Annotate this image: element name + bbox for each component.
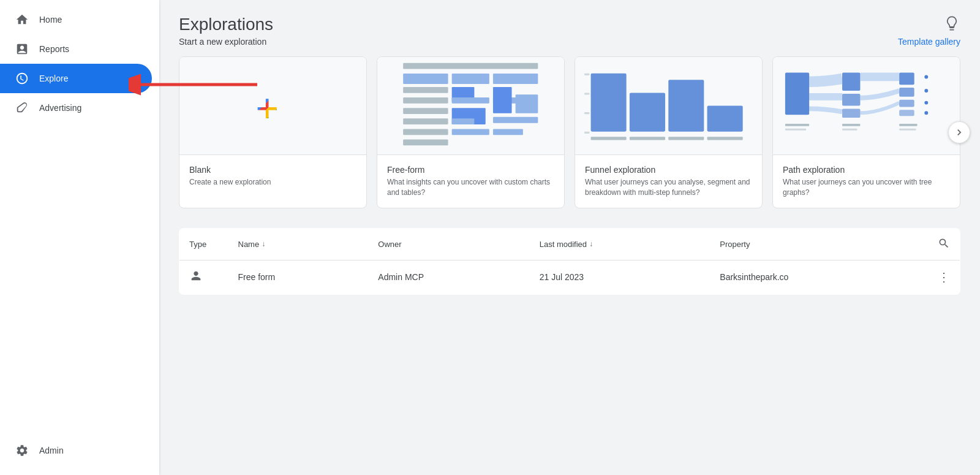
card-freeform-title: Free-form <box>387 165 554 175</box>
svg-rect-3 <box>403 74 448 84</box>
row-menu-button[interactable]: ⋮ <box>938 270 950 284</box>
card-freeform-desc: What insights can you uncover with custo… <box>387 177 554 198</box>
table-header-row: Type Name ↓ Owner Last modified ↓ <box>179 228 960 260</box>
svg-rect-30 <box>584 74 589 75</box>
name-sort-icon: ↓ <box>262 240 265 248</box>
svg-rect-25 <box>707 106 743 132</box>
svg-rect-13 <box>516 94 538 113</box>
svg-rect-28 <box>669 137 704 140</box>
svg-rect-9 <box>452 97 489 104</box>
svg-rect-5 <box>493 74 538 84</box>
svg-rect-19 <box>403 140 448 146</box>
svg-rect-35 <box>842 73 860 91</box>
card-funnel-desc: What user journeys can you analyse, segm… <box>585 177 752 198</box>
sidebar-nav: Home Reports Explore <box>0 0 159 426</box>
svg-point-43 <box>925 89 929 93</box>
row-property-cell: Barksinthepark.co <box>710 260 928 294</box>
svg-rect-21 <box>493 129 523 135</box>
svg-rect-18 <box>493 117 538 123</box>
svg-rect-51 <box>899 129 916 131</box>
svg-rect-36 <box>842 94 860 106</box>
row-menu-cell[interactable]: ⋮ <box>928 260 960 294</box>
card-funnel-title: Funnel exploration <box>585 165 752 175</box>
svg-rect-16 <box>403 129 448 135</box>
sidebar-item-home[interactable]: Home <box>0 5 152 34</box>
svg-rect-2 <box>403 63 538 69</box>
advertising-icon <box>15 101 29 115</box>
svg-rect-31 <box>584 93 589 94</box>
svg-rect-4 <box>452 74 489 84</box>
card-blank-desc: Create a new exploration <box>189 177 356 188</box>
card-freeform[interactable]: Free-form What insights can you uncover … <box>377 56 565 208</box>
svg-rect-32 <box>584 112 589 114</box>
sidebar-item-explore[interactable]: Explore <box>0 64 152 93</box>
carousel-next-button[interactable] <box>948 121 970 143</box>
explorations-table: Type Name ↓ Owner Last modified ↓ <box>179 228 960 295</box>
lightbulb-icon[interactable] <box>943 15 960 34</box>
sidebar-bottom: Admin <box>0 426 159 475</box>
svg-rect-40 <box>899 100 914 107</box>
svg-rect-8 <box>403 97 448 104</box>
svg-rect-47 <box>842 124 860 126</box>
svg-rect-49 <box>785 129 806 131</box>
th-type: Type <box>179 228 228 260</box>
svg-rect-33 <box>584 132 589 134</box>
th-last-modified[interactable]: Last modified ↓ <box>530 228 710 260</box>
th-search[interactable] <box>928 228 960 260</box>
svg-rect-48 <box>899 124 917 126</box>
svg-rect-17 <box>452 118 475 124</box>
svg-point-45 <box>925 111 929 115</box>
svg-rect-14 <box>403 118 448 124</box>
svg-rect-24 <box>669 80 704 131</box>
row-type-cell <box>179 260 228 294</box>
svg-rect-41 <box>899 110 914 116</box>
reports-icon <box>15 42 29 56</box>
table-row[interactable]: Free form Admin MCP 21 Jul 2023 Barksint… <box>179 260 960 294</box>
card-funnel[interactable]: Funnel exploration What user journeys ca… <box>575 56 763 208</box>
card-freeform-preview <box>377 57 564 155</box>
sidebar-item-explore-label: Explore <box>39 74 68 83</box>
svg-rect-29 <box>707 137 743 140</box>
svg-rect-12 <box>493 87 512 113</box>
cards-container: Blank Create a new exploration <box>179 56 960 208</box>
sidebar-item-admin[interactable]: Admin <box>0 436 152 465</box>
svg-rect-11 <box>403 108 448 114</box>
plus-icon <box>256 89 290 123</box>
sidebar-item-reports[interactable]: Reports <box>0 34 152 64</box>
svg-rect-50 <box>842 129 858 131</box>
card-funnel-preview <box>575 57 762 155</box>
page-header: Explorations <box>179 15 960 34</box>
svg-rect-22 <box>591 74 627 132</box>
card-blank[interactable]: Blank Create a new exploration <box>179 56 367 208</box>
home-icon <box>15 12 29 27</box>
svg-point-44 <box>925 101 929 105</box>
svg-rect-38 <box>899 73 914 85</box>
sidebar: Home Reports Explore <box>0 0 159 475</box>
th-owner: Owner <box>368 228 529 260</box>
svg-rect-20 <box>452 129 489 135</box>
sidebar-item-reports-label: Reports <box>39 44 69 54</box>
sidebar-item-advertising[interactable]: Advertising <box>0 93 152 123</box>
admin-icon <box>15 443 29 458</box>
svg-point-42 <box>925 75 929 79</box>
svg-rect-37 <box>842 108 860 118</box>
card-path-preview <box>773 57 960 155</box>
row-name-cell: Free form <box>228 260 369 294</box>
template-gallery-link[interactable]: Template gallery <box>898 37 960 47</box>
th-property: Property <box>710 228 928 260</box>
sidebar-item-home-label: Home <box>39 15 62 25</box>
section-title: Start a new exploration <box>179 37 266 47</box>
card-path-body: Path exploration What user journeys can … <box>773 155 960 208</box>
person-icon <box>189 272 203 285</box>
card-blank-body: Blank Create a new exploration <box>179 155 366 208</box>
card-path-title: Path exploration <box>783 165 950 175</box>
svg-rect-46 <box>785 124 809 126</box>
page-title: Explorations <box>179 15 273 34</box>
modified-sort-icon: ↓ <box>589 240 593 248</box>
card-path[interactable]: Path exploration What user journeys can … <box>772 56 960 208</box>
card-blank-title: Blank <box>189 165 356 175</box>
th-name[interactable]: Name ↓ <box>228 228 369 260</box>
svg-rect-34 <box>785 73 809 115</box>
sidebar-item-admin-label: Admin <box>39 446 64 455</box>
svg-rect-6 <box>403 87 448 93</box>
